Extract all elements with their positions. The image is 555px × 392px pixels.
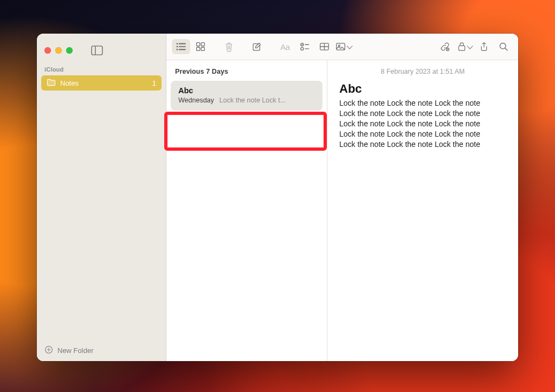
table-button[interactable] <box>315 39 333 54</box>
columns: Previous 7 Days Abc Wednesday Lock the n… <box>166 60 518 361</box>
lock-note-button[interactable] <box>455 39 474 54</box>
compose-icon <box>252 42 262 52</box>
new-note-button[interactable] <box>248 39 266 54</box>
svg-point-29 <box>500 43 506 49</box>
note-timestamp: 8 February 2023 at 1:51 AM <box>339 68 506 75</box>
svg-rect-14 <box>201 47 204 50</box>
checklist-icon <box>300 42 310 52</box>
link-note-button[interactable] <box>436 39 454 54</box>
share-button[interactable] <box>475 39 493 54</box>
link-icon <box>440 42 450 52</box>
gallery-view-button[interactable] <box>191 39 210 54</box>
lock-icon <box>457 42 466 52</box>
svg-rect-13 <box>197 47 200 50</box>
note-body-text[interactable]: Lock the note Lock the note Lock the not… <box>339 98 506 149</box>
notes-group-header: Previous 7 Days <box>166 60 327 81</box>
plus-circle-icon <box>44 345 53 356</box>
svg-point-9 <box>177 49 178 50</box>
table-icon <box>319 42 330 51</box>
share-icon <box>480 42 488 52</box>
search-icon <box>499 42 508 52</box>
chevron-down-icon <box>346 43 352 49</box>
toolbar: Aa <box>166 34 518 60</box>
new-folder-button[interactable]: New Folder <box>37 339 166 361</box>
list-view-button[interactable] <box>172 39 190 54</box>
folder-icon <box>47 79 56 88</box>
media-button[interactable] <box>334 39 353 54</box>
format-button[interactable]: Aa <box>276 39 294 54</box>
svg-point-7 <box>177 46 178 47</box>
window-zoom-button[interactable] <box>66 47 73 54</box>
list-icon <box>176 42 186 51</box>
toggle-sidebar-button[interactable] <box>91 46 103 55</box>
window-minimize-button[interactable] <box>55 47 62 54</box>
chevron-down-icon <box>467 43 473 49</box>
note-editor[interactable]: 8 February 2023 at 1:51 AM Abc Lock the … <box>327 60 518 361</box>
note-item-title: Abc <box>178 86 315 95</box>
trash-icon <box>224 42 234 52</box>
new-folder-label: New Folder <box>57 346 93 355</box>
sidebar-section-label: iCloud <box>37 60 166 75</box>
window-close-button[interactable] <box>44 47 51 54</box>
annotation-highlight <box>164 112 327 151</box>
sidebar-folder-count: 1 <box>152 79 156 87</box>
search-button[interactable] <box>494 39 513 54</box>
content-area: Aa <box>166 34 518 361</box>
svg-rect-28 <box>459 46 464 50</box>
grid-icon <box>196 42 205 52</box>
note-item-date: Wednesday <box>178 97 214 104</box>
svg-line-30 <box>505 48 508 51</box>
checklist-button[interactable] <box>295 39 314 54</box>
delete-note-button[interactable] <box>220 39 238 54</box>
format-text-icon: Aa <box>280 42 289 52</box>
sidebar-folder-label: Notes <box>60 79 79 87</box>
sidebar: iCloud Notes 1 New Folder <box>37 34 166 361</box>
note-list-item[interactable]: Abc Wednesday Lock the note Lock t... <box>171 81 322 111</box>
svg-rect-0 <box>92 46 102 55</box>
note-item-preview: Lock the note Lock t... <box>220 97 286 104</box>
svg-point-5 <box>177 43 178 44</box>
note-title-heading[interactable]: Abc <box>339 82 506 96</box>
notes-list-column: Previous 7 Days Abc Wednesday Lock the n… <box>166 60 327 361</box>
svg-point-20 <box>300 47 303 50</box>
svg-rect-12 <box>201 43 204 46</box>
notes-app-window: iCloud Notes 1 New Folder <box>37 34 518 361</box>
sidebar-folder-notes[interactable]: Notes 1 <box>41 75 162 91</box>
window-controls <box>37 34 166 60</box>
svg-rect-11 <box>197 43 200 46</box>
photo-icon <box>335 42 346 51</box>
